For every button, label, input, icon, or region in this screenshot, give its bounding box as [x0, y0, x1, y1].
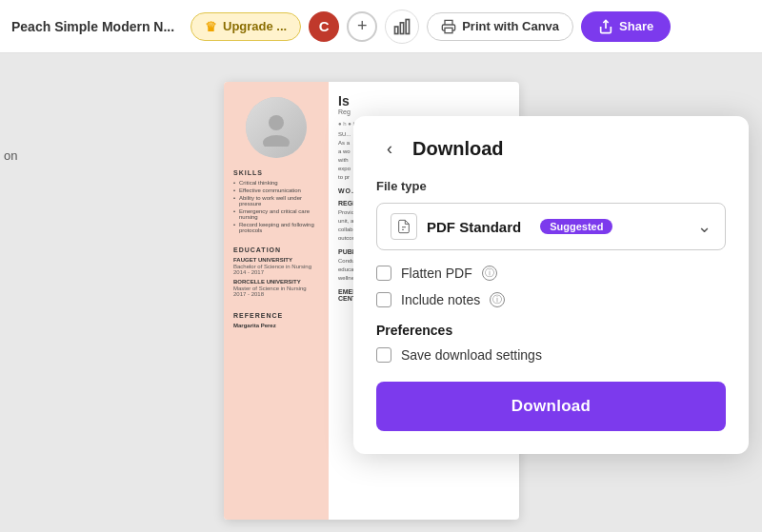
navbar: Peach Simple Modern N... ♛ Upgrade ... C…	[0, 0, 762, 53]
education-section: EDUCATION FAUGET UNIVERSITY Bachelor of …	[233, 246, 319, 301]
file-type-name: PDF Standard	[427, 219, 521, 235]
print-label: Print with Canva	[462, 19, 559, 33]
chevron-down-icon: ⌄	[697, 216, 712, 237]
avatar[interactable]: C	[309, 11, 339, 42]
skills-section: SKILLS Critical thinking Effective commu…	[233, 169, 319, 235]
reference-section: REFERENCE Margarita Perez	[233, 312, 319, 328]
upgrade-button[interactable]: ♛ Upgrade ...	[190, 12, 301, 41]
suggested-badge: Suggested	[540, 219, 612, 234]
save-settings-checkbox[interactable]	[376, 347, 391, 363]
skill-2: Effective communication	[233, 187, 319, 193]
svg-rect-0	[395, 27, 398, 34]
preferences-label: Preferences	[376, 323, 726, 338]
include-notes-checkbox[interactable]	[376, 292, 391, 307]
resume-name: Is	[338, 93, 510, 108]
avatar-image	[246, 97, 307, 158]
add-button[interactable]: +	[347, 11, 377, 42]
canvas-area: on SKILLS Critical thinking Effective co…	[0, 53, 762, 532]
download-button[interactable]: Download	[376, 382, 726, 431]
edge-label: on	[4, 148, 17, 163]
skill-3: Ability to work well under pressure	[233, 195, 319, 207]
download-panel: ‹ Download File type PDF Standard Sugges…	[353, 116, 749, 454]
file-type-label: File type	[376, 179, 726, 193]
back-button[interactable]: ‹	[376, 135, 403, 162]
include-notes-label: Include notes	[401, 292, 480, 307]
print-button[interactable]: Print with Canva	[427, 12, 573, 41]
svg-point-6	[263, 135, 290, 147]
panel-header: ‹ Download	[376, 135, 726, 162]
crown-icon: ♛	[205, 19, 217, 34]
panel-title: Download	[412, 138, 504, 160]
printer-icon	[441, 19, 456, 34]
upgrade-label: Upgrade ...	[223, 19, 287, 33]
education-title: EDUCATION	[233, 246, 319, 253]
skill-1: Critical thinking	[233, 180, 319, 186]
resume-role: Reg	[338, 108, 510, 115]
flatten-pdf-row: Flatten PDF ⓘ	[376, 266, 726, 281]
svg-rect-3	[445, 28, 452, 32]
file-type-dropdown[interactable]: PDF Standard Suggested ⌄	[376, 203, 726, 250]
notes-info-icon[interactable]: ⓘ	[490, 292, 505, 307]
skill-5: Record keeping and following protocols	[233, 222, 319, 233]
share-label: Share	[619, 19, 653, 33]
resume-left-column: SKILLS Critical thinking Effective commu…	[224, 82, 329, 520]
reference-title: REFERENCE	[233, 312, 319, 319]
document-title: Peach Simple Modern N...	[11, 19, 183, 34]
flatten-info-icon[interactable]: ⓘ	[482, 266, 497, 281]
save-settings-label: Save download settings	[401, 347, 542, 363]
flatten-pdf-label: Flatten PDF	[401, 266, 472, 281]
include-notes-row: Include notes ⓘ	[376, 292, 726, 307]
svg-rect-2	[406, 19, 409, 33]
skill-4: Emergency and critical care nursing	[233, 208, 319, 220]
svg-point-5	[269, 115, 284, 130]
flatten-pdf-checkbox[interactable]	[376, 266, 391, 281]
pdf-file-icon	[391, 213, 417, 240]
analytics-icon[interactable]	[385, 10, 419, 44]
resume-avatar	[246, 97, 307, 158]
share-button[interactable]: Share	[581, 11, 671, 42]
save-settings-row: Save download settings	[376, 347, 726, 363]
share-icon	[598, 19, 613, 34]
skills-title: SKILLS	[233, 169, 319, 176]
svg-rect-1	[401, 22, 404, 33]
reference-name: Margarita Perez	[233, 323, 319, 328]
